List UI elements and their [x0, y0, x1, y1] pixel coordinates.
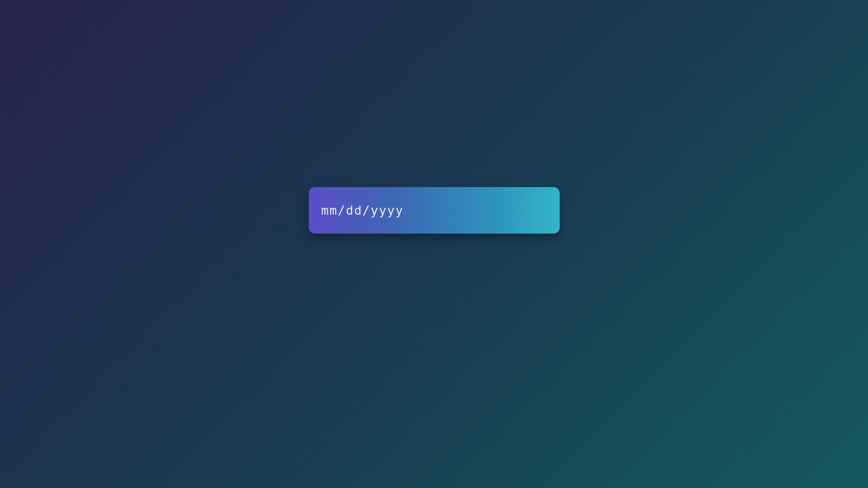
- date-input-container: [309, 187, 560, 234]
- date-input[interactable]: [309, 187, 560, 234]
